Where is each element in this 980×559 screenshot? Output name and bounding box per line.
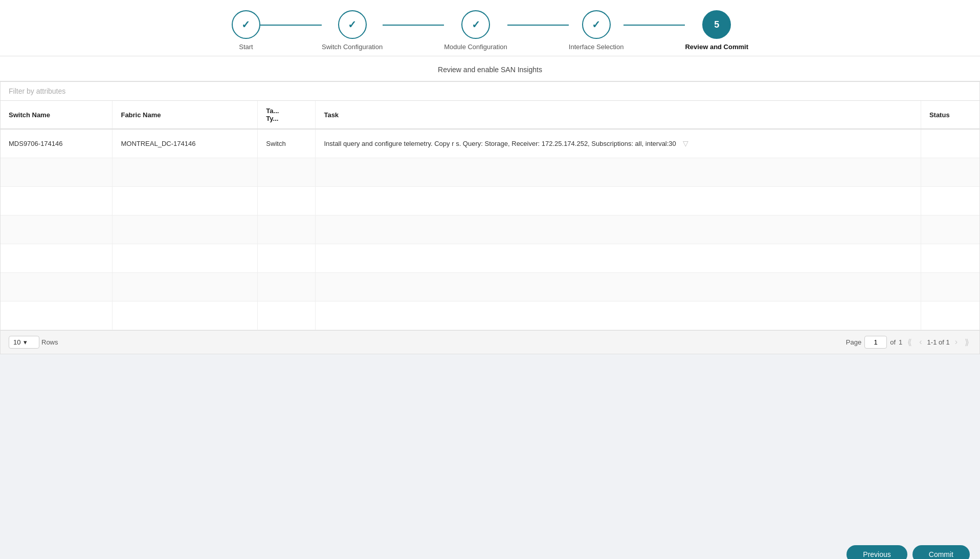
wizard-step-module-config: ✓ Module Configuration	[444, 10, 507, 51]
first-page-button[interactable]: ⟪	[905, 336, 914, 348]
wizard-circle-start: ✓	[232, 10, 260, 39]
empty-row-4	[1, 244, 979, 272]
rows-label: Rows	[41, 338, 58, 346]
total-pages: 1	[899, 338, 902, 346]
wizard-circle-module-config: ✓	[461, 10, 490, 39]
pagination-right: Page of 1 ⟪ ‹ 1-1 of 1 › ⟫	[846, 336, 971, 349]
wizard-step-review-commit: 5 Review and Commit	[685, 10, 748, 51]
cell-status	[921, 129, 979, 158]
rows-value: 10	[13, 338, 20, 346]
empty-row-6	[1, 301, 979, 330]
cell-switch-name: MDS9706-174146	[1, 129, 113, 158]
wizard-circle-interface-selection: ✓	[582, 10, 611, 39]
wizard-connector-4	[623, 25, 685, 26]
step-number-review-commit: 5	[714, 19, 719, 30]
cell-task: Install query and configure telemetry. C…	[316, 129, 921, 158]
wizard-steps: ✓ Start ✓ Switch Configuration ✓ Module …	[232, 10, 748, 51]
filter-bar[interactable]: Filter by attributes	[0, 81, 980, 101]
cell-target-type: Switch	[258, 129, 316, 158]
wizard-subtitle: Review and enable SAN Insights	[0, 56, 980, 81]
previous-button[interactable]: Previous	[847, 545, 907, 559]
wizard-subtitle-text: Review and enable SAN Insights	[438, 66, 542, 74]
col-task: Task	[316, 101, 921, 129]
row-filter-icon: ▽	[683, 139, 688, 147]
check-icon-interface-selection: ✓	[592, 18, 600, 31]
commit-button[interactable]: Commit	[912, 545, 970, 559]
page-label: Page	[846, 338, 861, 346]
of-label: of	[890, 338, 896, 346]
wizard-step-label-start: Start	[239, 43, 253, 51]
check-icon-start: ✓	[241, 18, 250, 31]
dropdown-arrow-icon: ▾	[24, 338, 27, 346]
page-input[interactable]	[864, 336, 887, 349]
wizard-step-interface-selection: ✓ Interface Selection	[569, 10, 624, 51]
wizard-step-label-switch-config: Switch Configuration	[322, 43, 383, 51]
pagination-bar: 10 ▾ Rows Page of 1 ⟪ ‹ 1-1 of 1 › ⟫	[1, 330, 979, 354]
review-table: Switch Name Fabric Name Ta...Ty... Task …	[1, 101, 979, 330]
wizard-connector-1	[260, 25, 322, 26]
col-switch-name: Switch Name	[1, 101, 113, 129]
wizard-step-label-module-config: Module Configuration	[444, 43, 507, 51]
empty-row-2	[1, 186, 979, 215]
rows-dropdown[interactable]: 10 ▾	[9, 336, 39, 349]
rows-per-page-selector[interactable]: 10 ▾ Rows	[9, 336, 58, 349]
footer-actions: Previous Commit	[0, 538, 980, 559]
wizard-step-start: ✓ Start	[232, 10, 260, 51]
check-icon-switch-config: ✓	[348, 18, 357, 31]
empty-row-1	[1, 158, 979, 186]
col-status: Status	[921, 101, 979, 129]
prev-page-button[interactable]: ‹	[917, 336, 924, 348]
main-content: Filter by attributes Switch Name Fabric …	[0, 81, 980, 538]
col-fabric-name: Fabric Name	[113, 101, 258, 129]
wizard-circle-review-commit: 5	[702, 10, 731, 39]
cell-fabric-name: MONTREAL_DC-174146	[113, 129, 258, 158]
wizard-connector-3	[507, 25, 569, 26]
wizard-circle-switch-config: ✓	[338, 10, 367, 39]
wizard-step-label-review-commit: Review and Commit	[685, 43, 748, 51]
table-container: Switch Name Fabric Name Ta...Ty... Task …	[0, 101, 980, 354]
table-header-row: Switch Name Fabric Name Ta...Ty... Task …	[1, 101, 979, 129]
wizard-step-label-interface-selection: Interface Selection	[569, 43, 624, 51]
last-page-button[interactable]: ⟫	[963, 336, 971, 348]
next-page-button[interactable]: ›	[953, 336, 960, 348]
page-range: 1-1 of 1	[927, 338, 950, 346]
check-icon-module-config: ✓	[472, 18, 480, 31]
wizard-header: ✓ Start ✓ Switch Configuration ✓ Module …	[0, 0, 980, 56]
wizard-connector-2	[383, 25, 444, 26]
filter-placeholder: Filter by attributes	[9, 87, 65, 95]
table-row: MDS9706-174146 MONTREAL_DC-174146 Switch…	[1, 129, 979, 158]
empty-row-5	[1, 272, 979, 301]
col-target-type: Ta...Ty...	[258, 101, 316, 129]
wizard-step-switch-config: ✓ Switch Configuration	[322, 10, 383, 51]
empty-row-3	[1, 215, 979, 244]
